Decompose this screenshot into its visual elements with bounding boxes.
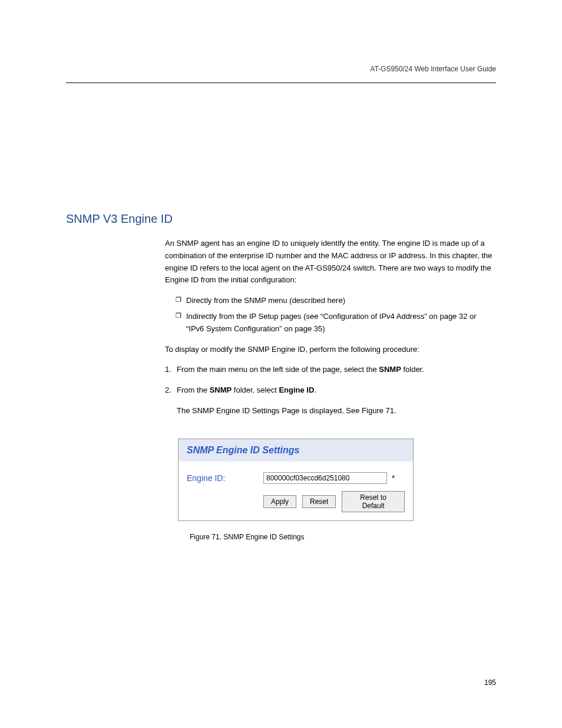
bullet-text: Indirectly from the IP Setup pages (see … bbox=[186, 311, 496, 335]
menu-ref: SNMP bbox=[379, 365, 401, 374]
engine-id-input[interactable] bbox=[263, 472, 387, 484]
bullet-item: ❐ Directly from the SNMP menu (described… bbox=[176, 295, 496, 307]
step-text: From the SNMP folder, select Engine ID. bbox=[177, 384, 316, 397]
required-asterisk: * bbox=[392, 473, 395, 483]
menu-ref: Engine ID bbox=[279, 386, 314, 394]
step-number: 2. bbox=[165, 384, 177, 397]
figure-panel: SNMP Engine ID Settings Engine ID: * App… bbox=[178, 439, 414, 521]
step-text: From the main menu on the left side of t… bbox=[177, 364, 424, 376]
bullet-icon: ❐ bbox=[176, 295, 186, 305]
reset-button[interactable]: Reset bbox=[302, 495, 336, 508]
apply-button[interactable]: Apply bbox=[263, 495, 296, 508]
reset-default-button[interactable]: Reset to Default bbox=[342, 491, 405, 512]
figure-caption: Figure 71. SNMP Engine ID Settings bbox=[190, 533, 414, 541]
header-rule bbox=[66, 83, 496, 83]
bullet-text: Directly from the SNMP menu (described h… bbox=[186, 295, 345, 307]
bullet-item: ❐ Indirectly from the IP Setup pages (se… bbox=[176, 311, 496, 335]
intro-paragraph: An SNMP agent has an engine ID to unique… bbox=[165, 238, 496, 286]
step-followup: The SNMP Engine ID Settings Page is disp… bbox=[177, 405, 496, 417]
engine-id-label: Engine ID: bbox=[187, 473, 263, 483]
menu-ref: SNMP bbox=[210, 386, 232, 394]
running-header: AT-GS950/24 Web Interface User Guide bbox=[370, 65, 496, 73]
bullet-icon: ❐ bbox=[176, 311, 186, 321]
page-number: 195 bbox=[484, 678, 496, 687]
figure-title: SNMP Engine ID Settings bbox=[187, 445, 299, 455]
section-title: SNMP V3 Engine ID bbox=[66, 212, 496, 226]
steps-intro: To display or modify the SNMP Engine ID,… bbox=[165, 344, 496, 356]
figure-title-bar: SNMP Engine ID Settings bbox=[178, 439, 413, 462]
step-number: 1. bbox=[165, 364, 177, 376]
step-item: 2. From the SNMP folder, select Engine I… bbox=[165, 384, 496, 397]
step-item: 1. From the main menu on the left side o… bbox=[165, 364, 496, 376]
